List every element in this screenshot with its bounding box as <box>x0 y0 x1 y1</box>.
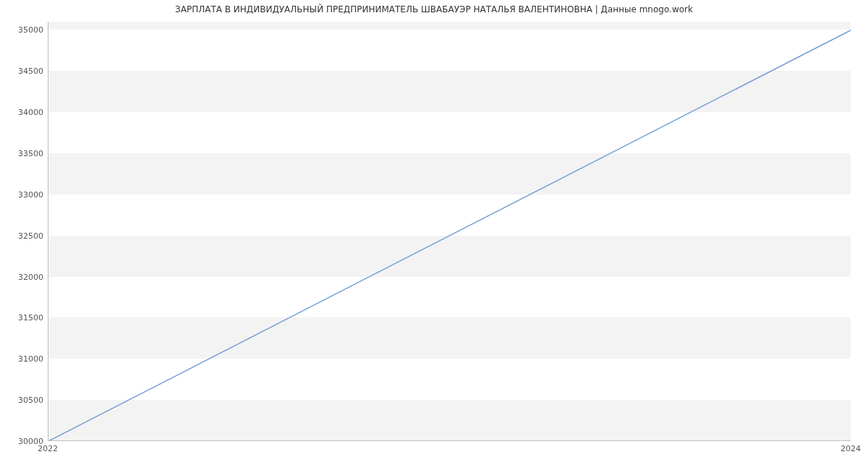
y-tick-label: 31500 <box>4 313 43 322</box>
y-tick-label: 32000 <box>4 272 43 281</box>
y-tick-label: 35000 <box>4 25 43 35</box>
x-tick-label: 2022 <box>38 444 58 453</box>
y-tick-label: 34000 <box>4 108 43 117</box>
line-series <box>48 22 851 441</box>
y-tick-label: 32500 <box>4 231 43 240</box>
y-tick-label: 34500 <box>4 67 43 76</box>
chart-container: ЗАРПЛАТА В ИНДИВИДУАЛЬНЫЙ ПРЕДПРИНИМАТЕЛ… <box>0 0 868 470</box>
plot-area <box>48 22 851 441</box>
y-tick-label: 31000 <box>4 354 43 364</box>
chart-title: ЗАРПЛАТА В ИНДИВИДУАЛЬНЫЙ ПРЕДПРИНИМАТЕЛ… <box>0 4 868 14</box>
y-tick-label: 33000 <box>4 189 43 199</box>
x-tick-label: 2024 <box>841 444 861 453</box>
y-tick-label: 33500 <box>4 148 43 158</box>
y-tick-label: 30500 <box>4 396 43 405</box>
